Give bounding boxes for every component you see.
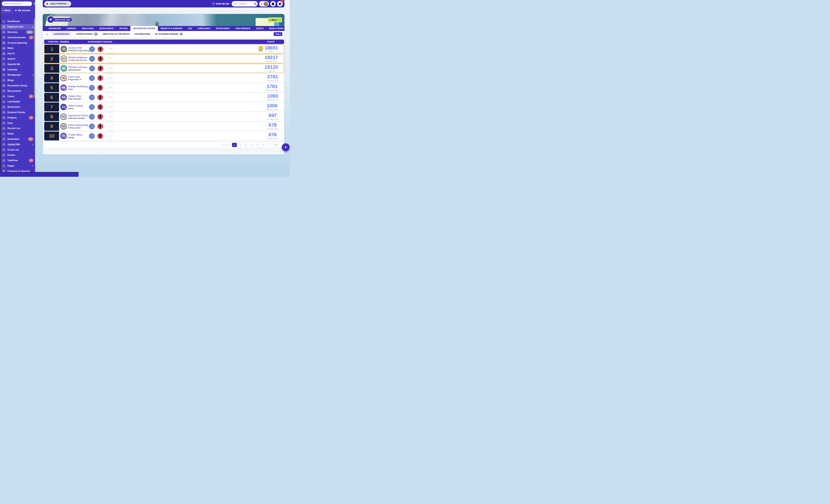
search-icon[interactable] bbox=[254, 3, 256, 5]
avatar[interactable]: KJ bbox=[60, 123, 67, 129]
brand-menu-button[interactable]: AGILITYPORTAL ▾ bbox=[44, 1, 71, 6]
sidebar-item[interactable]: ★ Events bbox=[0, 153, 35, 158]
hub-nav-tab[interactable]: COMPANY bbox=[64, 26, 79, 31]
chevron-down-icon[interactable]: ▾ bbox=[279, 19, 282, 21]
add-button[interactable]: + bbox=[282, 143, 290, 151]
member-name-link[interactable]: Andrew Hall bbox=[68, 46, 92, 49]
hub-nav-tab[interactable]: RECOGNITION CENTER bbox=[130, 26, 158, 31]
sidebar-item[interactable]: ◈ Cases 6 bbox=[0, 94, 35, 99]
sidebar-item[interactable]: ✎ Blogs bbox=[0, 78, 35, 83]
smiley-star-badge-icon[interactable]: ☺ bbox=[89, 94, 95, 100]
smiley-star-badge-icon[interactable]: ☺ bbox=[89, 104, 95, 110]
sidebar-item[interactable]: ☰ Chat bbox=[0, 120, 35, 126]
hub-nav-tab[interactable]: BOOK A ROOM bbox=[266, 26, 286, 31]
hub-nav-tab[interactable]: PAYROLL bbox=[286, 26, 290, 31]
sidebar-item[interactable]: ✙ Projects 4 bbox=[0, 115, 35, 120]
member-name-link[interactable]: Catlee Won bbox=[68, 95, 82, 98]
page-number-button[interactable]: 6 bbox=[261, 143, 266, 147]
sub-nav-tab[interactable]: EMPLOYEE OF THE MONTH bbox=[103, 33, 130, 35]
notifications-button[interactable]: 1 bbox=[277, 1, 283, 6]
page-number-button[interactable]: 3 bbox=[244, 143, 248, 147]
smiley-star-badge-icon[interactable]: ☺ bbox=[89, 65, 95, 71]
home-icon[interactable]: ⌂ bbox=[46, 33, 48, 35]
sidebar-item[interactable]: ☰ TaskFlow 4 bbox=[0, 158, 35, 163]
previous-page-button[interactable]: Previous bbox=[220, 143, 231, 147]
sidebar-item[interactable]: ≣ Record List bbox=[0, 126, 35, 131]
hub-nav-tab[interactable]: DEPARTMENTS bbox=[97, 26, 117, 31]
page-number-button[interactable]: 4 bbox=[249, 143, 254, 147]
more-badges-chip[interactable]: +3 bbox=[106, 103, 114, 111]
sidebar-scrollbar[interactable] bbox=[34, 19, 35, 98]
sidebar-item[interactable]: ❖ Workgroups › bbox=[0, 72, 35, 78]
calendar-button[interactable] bbox=[270, 1, 276, 6]
account-menu-button[interactable]: ≡ bbox=[259, 1, 269, 6]
sidebar-item[interactable]: ✎ Appoint Me bbox=[0, 62, 35, 67]
avatar[interactable]: AH bbox=[61, 46, 67, 52]
more-badges-chip[interactable]: +2 bbox=[106, 113, 114, 121]
avatar[interactable]: AG bbox=[60, 104, 67, 110]
avatar[interactable]: CW bbox=[60, 94, 67, 100]
member-name-link[interactable]: Merilyn McElharg... bbox=[68, 85, 90, 88]
more-badges-chip[interactable]: +3 bbox=[106, 93, 114, 101]
avatar[interactable]: MM bbox=[60, 85, 67, 91]
avatar[interactable]: MA bbox=[61, 56, 67, 62]
smiley-star-badge-icon[interactable]: ☺ bbox=[89, 114, 95, 120]
graduation-badge-icon[interactable] bbox=[97, 94, 103, 100]
sidebar-item[interactable]: ☻ Employee hub › bbox=[0, 24, 35, 30]
sidebar-item[interactable]: ☑ To-Do List bbox=[0, 147, 35, 153]
smiley-star-badge-icon[interactable]: ☺ bbox=[89, 56, 95, 62]
hub-menu-button[interactable]: ≡ Menu ▾ bbox=[268, 18, 282, 22]
sidebar-tab-my-account[interactable]: ☻ My account bbox=[12, 7, 33, 13]
sidebar-item[interactable]: ◉ Ask AI bbox=[0, 51, 35, 56]
sidebar-item[interactable]: ▭ Notes bbox=[0, 131, 35, 136]
sidebar-item[interactable]: ◷ Reminders 18 bbox=[0, 136, 35, 142]
sidebar-item[interactable]: ▼ AgilityCRM › bbox=[0, 142, 35, 147]
hub-nav-tab[interactable]: ASSETS bbox=[253, 26, 266, 31]
sidebar-item[interactable]: ▢ Pages › bbox=[0, 163, 35, 169]
smiley-star-badge-icon[interactable]: ☺ bbox=[89, 133, 95, 139]
hub-nav-tab[interactable]: EMPLOYEES bbox=[79, 26, 97, 31]
member-name-link[interactable]: Ognieszka Ordzin... bbox=[68, 114, 90, 117]
more-badges-chip[interactable]: +2 bbox=[106, 122, 114, 130]
sidebar-item[interactable]: ⌂ Dashboard bbox=[0, 19, 35, 24]
hub-nav-tab[interactable]: RECRUITMENT bbox=[213, 26, 232, 31]
more-badges-chip[interactable]: +2 bbox=[106, 132, 114, 140]
graduation-badge-icon[interactable] bbox=[97, 123, 103, 129]
more-badges-chip[interactable]: +5 bbox=[106, 55, 114, 63]
member-name-link[interactable]: Kamil Janiszewsk... bbox=[68, 124, 90, 127]
graduation-badge-icon[interactable] bbox=[97, 133, 103, 139]
more-badges-chip[interactable]: +5 bbox=[106, 45, 114, 53]
sidebar-item[interactable]: ▥ Document Library bbox=[0, 83, 35, 89]
graduation-badge-icon[interactable] bbox=[97, 104, 103, 110]
page-number-button[interactable]: 7 bbox=[266, 143, 272, 147]
page-number-button[interactable]: 2 bbox=[238, 143, 243, 147]
sidebar-item[interactable]: ▦ Account planning bbox=[0, 40, 35, 45]
avatar[interactable]: CI bbox=[60, 75, 67, 81]
sidebar-item[interactable]: ◎ Search bbox=[0, 56, 35, 62]
more-badges-chip[interactable]: +3 bbox=[106, 74, 114, 82]
graduation-badge-icon[interactable] bbox=[97, 85, 103, 91]
sidebar-item[interactable]: ⚑ Bookmarks bbox=[0, 104, 35, 110]
hub-nav-tab[interactable]: OFFICES bbox=[117, 26, 130, 31]
sidebar-item[interactable]: ▲ Launchpad bbox=[0, 99, 35, 104]
sidebar-item[interactable]: ⊞ Extranet Portals bbox=[0, 110, 35, 115]
sub-nav-tab[interactable]: MY ACQUIRED BADGES 7 bbox=[155, 33, 183, 36]
smiley-star-badge-icon[interactable]: ☺ bbox=[89, 46, 95, 52]
page-number-button[interactable]: 1 bbox=[232, 143, 237, 147]
member-name-link[interactable]: Abbie Girardi bbox=[68, 104, 83, 107]
graduation-badge-icon[interactable] bbox=[97, 46, 103, 52]
sidebar-tab-menu[interactable]: ≡ Menu bbox=[0, 7, 12, 13]
sidebar-search-input[interactable] bbox=[2, 1, 32, 6]
global-search-input[interactable] bbox=[233, 3, 251, 5]
member-name-link[interactable]: Cybil Ingry bbox=[68, 75, 82, 78]
hub-nav-tab[interactable]: COMPLIANCE bbox=[195, 26, 213, 31]
graduation-badge-icon[interactable] bbox=[97, 65, 103, 71]
graduation-badge-icon[interactable] bbox=[97, 114, 103, 120]
sidebar-item[interactable]: ⚑ Announcements 1 bbox=[0, 35, 35, 40]
member-name-link[interactable]: Michael Johnson bbox=[68, 66, 87, 69]
more-badges-chip[interactable]: +3 bbox=[106, 84, 114, 92]
sidebar-item[interactable]: ✉ Discussions bbox=[0, 88, 35, 94]
more-badges-chip[interactable]: +5 bbox=[106, 64, 114, 72]
tabs-dropdown-button[interactable]: Tabs ▾ bbox=[274, 32, 282, 36]
next-page-button[interactable]: Next bbox=[272, 143, 280, 147]
